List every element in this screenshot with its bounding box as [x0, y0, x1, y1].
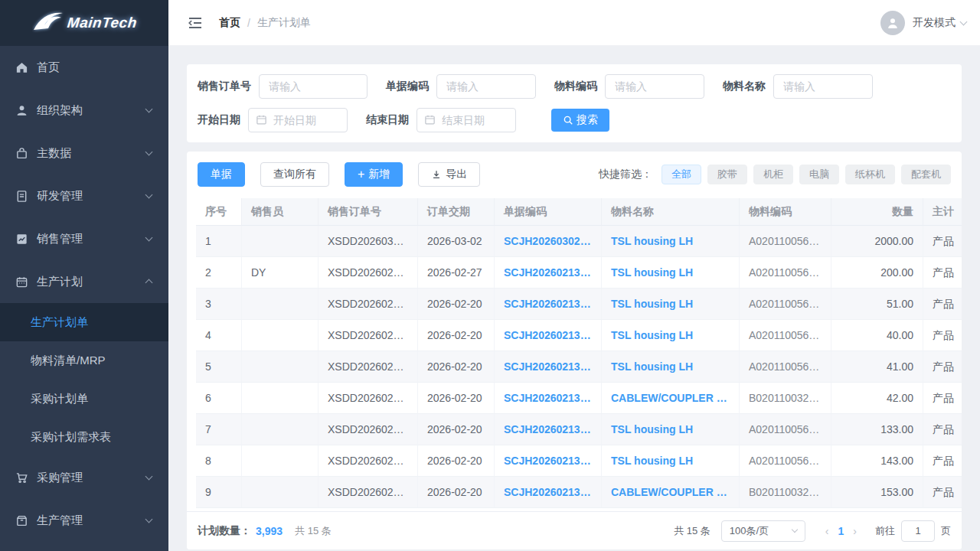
- user-menu[interactable]: 开发模式: [880, 11, 966, 35]
- end-date-input[interactable]: [416, 108, 516, 132]
- goto-page-input[interactable]: [901, 520, 935, 542]
- cell-plan-type: 产品: [923, 445, 962, 477]
- breadcrumb: 首页 / 生产计划单: [219, 16, 311, 30]
- top-header: 首页 / 生产计划单 开发模式: [168, 0, 980, 46]
- quick-filter-chip[interactable]: 电脑: [799, 165, 839, 184]
- table-row[interactable]: 2 DY XSDD202602… 2026-02-27 SCJH20260213…: [196, 257, 962, 289]
- cell-due-date: 2026-02-20: [418, 445, 495, 477]
- doc-code-link[interactable]: SCJH20260213002: [495, 414, 602, 445]
- quick-filter-chip[interactable]: 纸杯机: [845, 165, 895, 184]
- material-name-link[interactable]: TSL housing LH: [602, 289, 740, 320]
- cell-plan-type: 产品: [923, 320, 962, 351]
- doc-code-link[interactable]: SCJH20260213003: [495, 351, 602, 383]
- plan-qty-label: 计划数量：: [198, 524, 251, 538]
- add-button[interactable]: + 新增: [345, 162, 403, 187]
- query-all-button[interactable]: 查询所有: [260, 162, 329, 187]
- cell-qty: 2000.00: [831, 226, 923, 257]
- cell-due-date: 2026-02-20: [418, 383, 495, 414]
- quick-filter-chip[interactable]: 全部: [662, 165, 701, 184]
- doc-code-link[interactable]: SCJH20260302001: [495, 226, 602, 257]
- cell-seller: [242, 320, 318, 351]
- cell-seller: [242, 445, 318, 477]
- next-page-button[interactable]: ›: [848, 525, 861, 537]
- doc-code-link[interactable]: SCJH20260213003: [495, 320, 602, 351]
- filter-sales-order: 销售订单号: [198, 74, 368, 99]
- chevron-down-icon: [792, 527, 798, 533]
- cell-qty: 40.00: [831, 320, 923, 351]
- start-date-input[interactable]: [248, 108, 348, 132]
- quick-filter-label: 快捷筛选：: [599, 168, 652, 181]
- cell-plan-type: 产品: [923, 257, 962, 289]
- chart-icon: [15, 233, 28, 246]
- sidebar-item-production-plan[interactable]: 生产计划: [0, 260, 168, 303]
- filter-panel: 销售订单号 单据编码 物料编码 物料名称 开始日期: [187, 64, 962, 142]
- search-button[interactable]: 搜索: [551, 109, 609, 132]
- table-row[interactable]: 1 XSDD202603… 2026-03-02 SCJH20260302001…: [196, 226, 962, 257]
- sidebar-item-purchase-plan-demand[interactable]: 采购计划需求表: [0, 418, 168, 456]
- sales-order-input[interactable]: [259, 74, 368, 99]
- cell-material-code: A020110056…: [740, 414, 831, 445]
- table-row[interactable]: 3 XSDD202602… 2026-02-20 SCJH20260213004…: [196, 289, 962, 320]
- export-button[interactable]: 导出: [418, 162, 480, 187]
- table-row[interactable]: 7 XSDD202602… 2026-02-20 SCJH20260213002…: [196, 414, 962, 445]
- sidebar-item-purchase-plan-order[interactable]: 采购计划单: [0, 380, 168, 418]
- quick-filter-chip-list: 全部 胶带 机柜 电脑 纸杯机 配套机: [655, 165, 951, 184]
- sidebar-item-manufacturing[interactable]: 生产管理: [0, 499, 168, 542]
- current-page[interactable]: 1: [834, 525, 849, 537]
- sidebar-item-bom-mrp[interactable]: 物料清单/MRP: [0, 341, 168, 380]
- doc-code-link[interactable]: SCJH20260213004: [495, 289, 602, 320]
- table-row[interactable]: 9 XSDD202602… 2026-02-20 SCJH20260213002…: [196, 477, 962, 508]
- table-body: 1 XSDD202603… 2026-03-02 SCJH20260302001…: [196, 226, 962, 508]
- sidebar-item-org[interactable]: 组织架构: [0, 89, 168, 132]
- doc-code-link[interactable]: SCJH20260213002: [495, 445, 602, 477]
- sidebar-item-production-plan-order[interactable]: 生产计划单: [0, 303, 168, 341]
- total-count-left: 共 15 条: [295, 524, 332, 538]
- sidebar-item-master-data[interactable]: 主数据: [0, 132, 168, 174]
- table-row[interactable]: 4 XSDD202602… 2026-02-20 SCJH20260213003…: [196, 320, 962, 351]
- doc-code-link[interactable]: SCJH20260213005: [495, 257, 602, 289]
- chevron-down-icon: [145, 516, 153, 523]
- doc-code-input[interactable]: [436, 74, 536, 99]
- quick-filter-chip[interactable]: 配套机: [901, 165, 951, 184]
- prev-page-button[interactable]: ‹: [821, 525, 834, 537]
- table-toolbar: 单据 查询所有 + 新增 导出 快捷筛选： 全部 胶带: [187, 152, 962, 187]
- material-name-link[interactable]: TSL housing LH: [602, 257, 740, 289]
- sidebar-item-sales[interactable]: 销售管理: [0, 217, 168, 260]
- cell-sales-order: XSDD202602…: [318, 445, 418, 477]
- col-header-sales-order: 销售订单号: [318, 198, 418, 226]
- material-name-link[interactable]: CABLEW/COUPLER 6 HE: [602, 477, 740, 508]
- sidebar-item-rd[interactable]: 研发管理: [0, 174, 168, 217]
- cell-seller: DY: [242, 257, 318, 289]
- cell-plan-type: 产品: [923, 414, 962, 445]
- col-header-qty: 数量: [831, 198, 923, 226]
- chevron-down-icon: [145, 191, 153, 199]
- brand-name: MainTech: [66, 15, 137, 31]
- total-count: 共 15 条: [674, 524, 710, 538]
- material-name-link[interactable]: TSL housing LH: [602, 351, 740, 383]
- cell-seller: [242, 414, 318, 445]
- material-code-input[interactable]: [605, 74, 704, 99]
- sidebar-fold-icon[interactable]: [187, 15, 204, 31]
- table-row[interactable]: 8 XSDD202602… 2026-02-20 SCJH20260213002…: [196, 445, 962, 477]
- doc-code-link[interactable]: SCJH20260213003: [495, 383, 602, 414]
- page-size-select[interactable]: 100条/页: [721, 520, 805, 542]
- table-header-row: 序号 销售员 销售订单号 订单交期 单据编码 物料名称 物料编码 数量 主计: [196, 198, 962, 226]
- material-name-link[interactable]: TSL housing LH: [602, 414, 740, 445]
- quick-filter-chip[interactable]: 机柜: [753, 165, 793, 184]
- sidebar-item-home[interactable]: 首页: [0, 46, 168, 89]
- material-name-link[interactable]: TSL housing LH: [602, 226, 740, 257]
- table-row[interactable]: 5 XSDD202602… 2026-02-20 SCJH20260213003…: [196, 351, 962, 383]
- breadcrumb-separator: /: [247, 17, 250, 29]
- quick-filter-chip[interactable]: 胶带: [707, 165, 747, 184]
- sidebar-item-purchasing[interactable]: 采购管理: [0, 456, 168, 499]
- table-row[interactable]: 6 XSDD202602… 2026-02-20 SCJH20260213003…: [196, 383, 962, 414]
- breadcrumb-home[interactable]: 首页: [219, 16, 240, 30]
- cell-due-date: 2026-02-20: [418, 320, 495, 351]
- material-name-input[interactable]: [773, 74, 873, 99]
- document-button[interactable]: 单据: [198, 162, 245, 187]
- doc-code-link[interactable]: SCJH20260213002: [495, 477, 602, 508]
- material-name-link[interactable]: TSL housing LH: [602, 320, 740, 351]
- material-name-link[interactable]: TSL housing LH: [602, 445, 740, 477]
- col-header-material-code: 物料编码: [740, 198, 831, 226]
- material-name-link[interactable]: CABLEW/COUPLER 6 HE: [602, 383, 740, 414]
